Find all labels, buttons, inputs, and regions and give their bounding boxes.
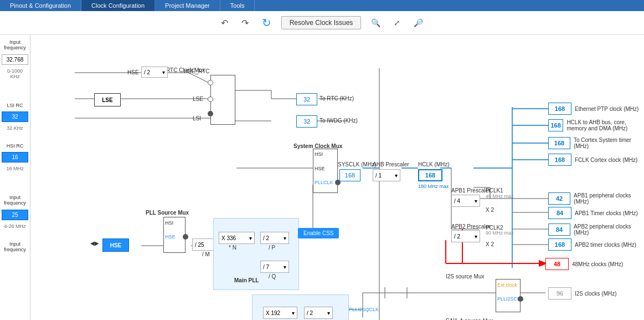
pll-n-arrow: ▾ xyxy=(249,235,252,241)
x2-label-1: X 2 xyxy=(486,207,494,213)
pll-p-arrow: ▾ xyxy=(284,235,286,241)
hse-main-block: HSE xyxy=(102,238,129,252)
apb1-div-select[interactable]: / 4 ▾ xyxy=(451,195,480,207)
clock-label-0: Ethernet PTP clock (MHz) xyxy=(575,106,638,112)
hsi-value-box: 16 xyxy=(2,152,28,162)
clock-label-7: APB2 timer clocks (MHz) xyxy=(575,242,636,248)
i2s-mux-out xyxy=(518,296,523,302)
clock-val-5: 84 xyxy=(548,207,571,219)
sysclk-value: 168 xyxy=(339,169,360,181)
clock-row-5: 84 APB1 Timer clocks (MHz) xyxy=(548,207,638,219)
tab-pinout[interactable]: Pinout & Configuration xyxy=(0,0,81,11)
input-freq-label-2: Input frequency xyxy=(2,195,28,206)
clock-label-2: To Cortex System timer (MHz) xyxy=(574,137,644,149)
hse-arrow: ◀▶ xyxy=(90,240,99,246)
apb1-div-value: / 4 xyxy=(454,198,460,204)
resolve-clock-issues-button[interactable]: Resolve Clock Issues xyxy=(281,16,362,29)
pclk1-max-label: 45 MHz max xyxy=(486,194,514,199)
sys-mux-block: HSI HSE PLLCLK xyxy=(313,149,338,193)
main-pll-label: Main PLL xyxy=(234,277,259,283)
apb1-prescaler-label: APB1 Prescaler xyxy=(451,187,491,194)
input-freq-label-3: Input frequency xyxy=(2,241,28,252)
clock-row-4: 42 APB1 peripheral clocks (MHz) xyxy=(548,192,644,205)
plli2s-r-select[interactable]: / 2 ▾ xyxy=(304,307,333,319)
hse-div-arrow: ▾ xyxy=(162,69,165,75)
hse-mux-label: HSE xyxy=(315,166,325,171)
lsi-label: LSI xyxy=(193,115,201,121)
rtc-mux-in2 xyxy=(208,96,213,102)
refresh-button[interactable]: ↻ xyxy=(259,14,275,31)
clock-row-0: 168 Ethernet PTP clock (MHz) xyxy=(548,103,638,115)
pclk1-label: PCLK1 xyxy=(486,187,503,194)
zoom-in-button[interactable]: 🔍 xyxy=(368,17,384,29)
ahb-div-select[interactable]: / 1 ▾ xyxy=(373,169,400,181)
hclk-label: HCLK (MHz) xyxy=(418,161,450,167)
undo-button[interactable]: ↶ xyxy=(218,16,231,30)
freq-range-1: 0-1000 KHz xyxy=(2,68,28,79)
pll-mux-block: HSI HSE xyxy=(163,217,186,253)
freq-range-2: 4-26 MHz xyxy=(4,224,25,229)
freq-input-2[interactable]: 25 xyxy=(2,210,28,220)
lse-block: LSE xyxy=(94,93,121,106)
lsi-rc-label: LSI RC xyxy=(7,103,23,108)
pll-q-arrow: ▾ xyxy=(284,264,286,270)
tab-tools[interactable]: Tools xyxy=(220,0,255,11)
ahb-div-arrow: ▾ xyxy=(395,172,398,179)
pll-q-select[interactable]: / 7 ▾ xyxy=(260,261,289,273)
hse-rtc-label: HSE_RTC xyxy=(184,68,210,74)
apb2-div-arrow: ▾ xyxy=(475,233,477,240)
plli2s-n-select[interactable]: X 192 ▾ xyxy=(263,307,297,319)
tab-clock[interactable]: Clock Configuration xyxy=(81,0,155,11)
hse-div-value: / 2 xyxy=(144,69,150,75)
i2s-mux-block: Ext.clock PLLI2SCLK xyxy=(496,279,521,312)
clock-val-3: 168 xyxy=(548,154,571,166)
plli2s-r-arrow: ▾ xyxy=(327,310,330,316)
clock-label-4: APB1 peripheral clocks (MHz) xyxy=(574,192,644,205)
clock-row-2: 168 To Cortex System timer (MHz) xyxy=(548,137,644,149)
clock-row-3: 168 FCLK Cortex clock (MHz) xyxy=(548,154,637,166)
rtc-mux-in3 xyxy=(208,111,213,116)
i2s-source-mux-label: I2S source Mux xyxy=(446,273,484,280)
pll-mux-out xyxy=(183,234,188,240)
pll-p-select[interactable]: / 2 ▾ xyxy=(260,232,289,244)
tab-project[interactable]: Project Manager xyxy=(155,0,220,11)
pll-p-value: / 2 xyxy=(263,235,269,241)
to-iwdg-label: To IWDG (KHz) xyxy=(320,118,358,124)
pll-n-select[interactable]: X 336 ▾ xyxy=(219,232,255,244)
enable-css-button[interactable]: Enable CSS xyxy=(298,228,339,238)
i2s-clock-label: I2S clocks (MHz) xyxy=(575,291,617,297)
i2s-clock-row: 96 I2S clocks (MHz) xyxy=(548,287,617,299)
redo-button[interactable]: ↷ xyxy=(238,16,252,30)
hclk-value: 168 xyxy=(418,169,442,181)
clock-label-3: FCLK Cortex clock (MHz) xyxy=(575,157,637,163)
clock-val-7: 168 xyxy=(548,238,571,251)
clock-row-1: 168 HCLK to AHB bus, core, memory and DM… xyxy=(548,119,644,131)
i2s-clock-val: 96 xyxy=(548,287,571,299)
clock-label-6: APB2 peripheral clocks (MHz) xyxy=(574,224,644,236)
clock-val-1: 168 xyxy=(548,119,563,131)
freq-input-1[interactable]: 32.768 xyxy=(2,54,28,65)
pll-hse-label: HSE xyxy=(165,234,176,240)
top-toolbar: ↶ ↷ ↻ Resolve Clock Issues 🔍 ⤢ 🔎 xyxy=(0,11,644,35)
hse-div-select[interactable]: / 2 ▾ xyxy=(141,67,168,78)
pll-m-value: / 25 xyxy=(195,242,204,248)
apb2-div-select[interactable]: / 2 ▾ xyxy=(451,230,480,242)
clock-label-5: APB1 Timer clocks (MHz) xyxy=(575,210,638,216)
hse-top-label: HSE xyxy=(127,69,139,75)
clock-val-2: 168 xyxy=(548,137,570,149)
lsi-value-box: 32 xyxy=(2,111,28,122)
pclk2-max-label: 90 MHz max xyxy=(486,230,514,236)
hsi-rc-label: HSI RC xyxy=(7,143,24,149)
iwdg-value: 32 xyxy=(296,115,317,128)
zoom-out-button[interactable]: 🔎 xyxy=(410,17,426,29)
pll-q-label: / Q xyxy=(269,273,276,280)
clock-label-8: 48MHz clocks (MHz) xyxy=(572,261,623,267)
expand-button[interactable]: ⤢ xyxy=(390,17,404,29)
rtc-mux-in1 xyxy=(208,80,213,85)
clock-val-0: 168 xyxy=(548,103,571,115)
sysclk-label: SYSCLK (MHz) xyxy=(338,161,376,167)
pll-p-label: / P xyxy=(269,245,275,251)
clock-val-6: 84 xyxy=(548,224,570,236)
hsi-sub: 16 MHz xyxy=(6,166,23,171)
x2-label-2: X 2 xyxy=(486,241,494,247)
